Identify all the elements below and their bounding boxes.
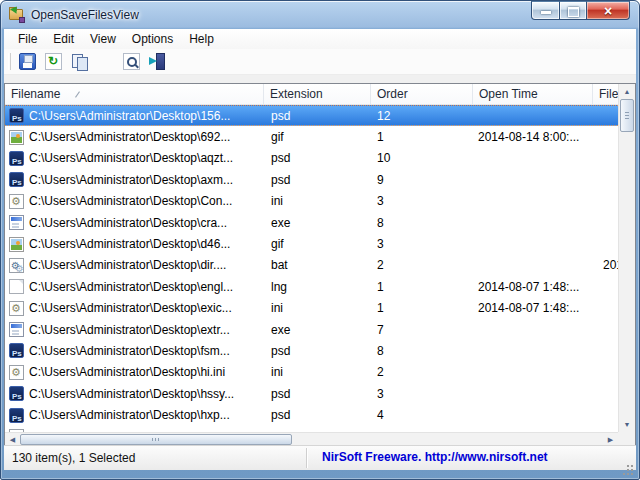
filename-cell: C:\Users\Administrator\Desktop\extr... (5, 322, 264, 337)
table-row[interactable]: C:\Users\Administrator\Desktop\cra...exe… (5, 212, 618, 233)
menu-item-options[interactable]: Options (124, 30, 181, 48)
menu-item-help[interactable]: Help (181, 30, 222, 48)
menu-item-file[interactable]: File (10, 30, 45, 48)
table-row[interactable]: C:\Users\Administrator\Desktop\d46...gif… (5, 233, 618, 254)
app-icon (9, 7, 25, 23)
order-cell: 4 (371, 408, 473, 422)
order-cell: 12 (371, 109, 473, 123)
table-row[interactable]: C:\Users\Administrator\Desktop\fsm...psd… (5, 340, 618, 361)
column-header-order[interactable]: Order (371, 84, 473, 104)
column-header-extension[interactable]: Extension (264, 84, 371, 104)
filename-cell: C:\Users\Administrator\Desktop\Con... (5, 194, 264, 209)
menu-item-view[interactable]: View (82, 30, 124, 48)
extension-cell: ini (264, 301, 371, 315)
column-header-open-time[interactable]: Open Time (473, 84, 593, 104)
table-row[interactable]: C:\Users\Administrator\Desktop\hssy...ps… (5, 383, 618, 404)
extension-cell: gif (264, 130, 371, 144)
order-cell: 1 (371, 280, 473, 294)
lng-file-icon (9, 279, 24, 294)
scroll-up-icon[interactable]: ▲ (619, 84, 635, 99)
column-header-file[interactable]: File (593, 84, 618, 104)
nirsoft-link[interactable]: NirSoft Freeware. http://www.nirsoft.net (322, 450, 548, 464)
order-cell: 9 (371, 173, 473, 187)
disk-icon (19, 17, 25, 23)
properties-button[interactable] (93, 51, 118, 73)
copy-button[interactable] (67, 51, 92, 73)
filename-cell: C:\Users\Administrator\Desktop\fsm... (5, 343, 264, 358)
table-row[interactable]: C:\Users\Administrator\Desktop\Con...ini… (5, 191, 618, 212)
extension-cell: lng (264, 280, 371, 294)
menu-bar: FileEditViewOptionsHelp (4, 29, 636, 49)
minimize-button[interactable] (531, 1, 560, 20)
exe-file-icon (9, 215, 24, 230)
title-bar[interactable]: OpenSaveFilesView (1, 1, 639, 29)
exit-icon (149, 53, 166, 70)
exit-button[interactable] (145, 51, 170, 73)
table-row[interactable]: C:\Users\Administrator\Desktop\156...psd… (5, 105, 618, 126)
open-time-cell: 2014-08-14 8:00:... (473, 130, 593, 144)
scroll-down-icon[interactable]: ▼ (619, 417, 635, 432)
filename-cell: C:\Users\Administrator\Desktop\engl... (5, 279, 264, 294)
order-cell: 3 (371, 194, 473, 208)
psd-file-icon (9, 343, 24, 358)
scrollbar-corner (618, 432, 635, 446)
save-icon (19, 53, 36, 70)
psd-file-icon (9, 172, 24, 187)
refresh-icon (45, 53, 62, 70)
close-button[interactable] (587, 1, 630, 20)
save-button[interactable] (15, 51, 40, 73)
gif-file-icon (9, 130, 24, 145)
find-icon (123, 53, 140, 70)
order-cell: 8 (371, 344, 473, 358)
menu-item-edit[interactable]: Edit (45, 30, 82, 48)
resize-grip[interactable] (624, 458, 633, 467)
table-row[interactable]: C:\Users\Administrator\Desktop\engl...ln… (5, 276, 618, 297)
horizontal-scroll-thumb[interactable] (20, 434, 292, 445)
extension-cell: psd (264, 173, 371, 187)
filename-cell: C:\Users\Administrator\Desktop\dir.... (5, 258, 264, 273)
maximize-button[interactable] (560, 1, 587, 20)
extension-cell: psd (264, 151, 371, 165)
vertical-scroll-thumb[interactable] (620, 99, 634, 132)
table-row[interactable]: C:\Users\Administrator\Desktop\hxp...psd… (5, 404, 618, 425)
extension-cell: psd (264, 109, 371, 123)
extension-cell: psd (264, 387, 371, 401)
table-row[interactable]: C:\Users\Administrator\Desktop\aqzt...ps… (5, 148, 618, 169)
extension-cell: exe (264, 323, 371, 337)
find-button[interactable] (119, 51, 144, 73)
table-row[interactable]: C:\Users\Administrator\Desktop\extr...ex… (5, 319, 618, 340)
extension-cell: bat (264, 258, 371, 272)
toolbar (4, 49, 636, 75)
extension-cell: psd (264, 408, 371, 422)
gif-file-icon (9, 237, 24, 252)
psd-file-icon (9, 151, 24, 166)
filename-cell: C:\Users\Administrator\Desktop\156... (5, 108, 264, 123)
open-time-cell: 2014-08-07 1:48:... (473, 280, 593, 294)
table-row[interactable]: C:\Users\Administrator\Desktop\hi.iniini… (5, 362, 618, 383)
table-row[interactable]: C:\Users\Administrator\Desktop\692...gif… (5, 126, 618, 147)
table-row[interactable]: C:\Users\Administrator\Desktop\dir....ba… (5, 255, 618, 276)
toolbar-grip (8, 53, 11, 70)
window-title: OpenSaveFilesView (31, 8, 139, 22)
properties-icon (97, 53, 114, 70)
file-cell: 201 (593, 258, 618, 272)
table-row[interactable]: C:\Users\Administrator\Desktop\axm...psd… (5, 169, 618, 190)
extension-cell: exe (264, 216, 371, 230)
refresh-button[interactable] (41, 51, 66, 73)
list-header: FilenameExtensionOrderOpen TimeFile (5, 84, 618, 105)
exe-file-icon (9, 322, 24, 337)
horizontal-scrollbar[interactable]: ◀ ▶ (5, 432, 618, 446)
status-item-count: 130 item(s), 1 Selected (12, 451, 135, 465)
filename-cell: C:\Users\Administrator\Desktop\exic... (5, 301, 264, 316)
status-divider (306, 448, 307, 468)
ini-file-icon (9, 365, 24, 380)
order-cell: 3 (371, 237, 473, 251)
filename-cell: C:\Users\Administrator\Desktop\692... (5, 130, 264, 145)
table-row[interactable]: C:\Users\Administrator\Desktop\exic...in… (5, 298, 618, 319)
vertical-scrollbar[interactable]: ▲ ▼ (618, 84, 635, 432)
column-header-filename[interactable]: Filename (5, 84, 264, 104)
ini-file-icon (9, 301, 24, 316)
filename-cell: C:\Users\Administrator\Desktop\d46... (5, 237, 264, 252)
order-cell: 10 (371, 151, 473, 165)
filename-cell: C:\Users\Administrator\Desktop\axm... (5, 172, 264, 187)
